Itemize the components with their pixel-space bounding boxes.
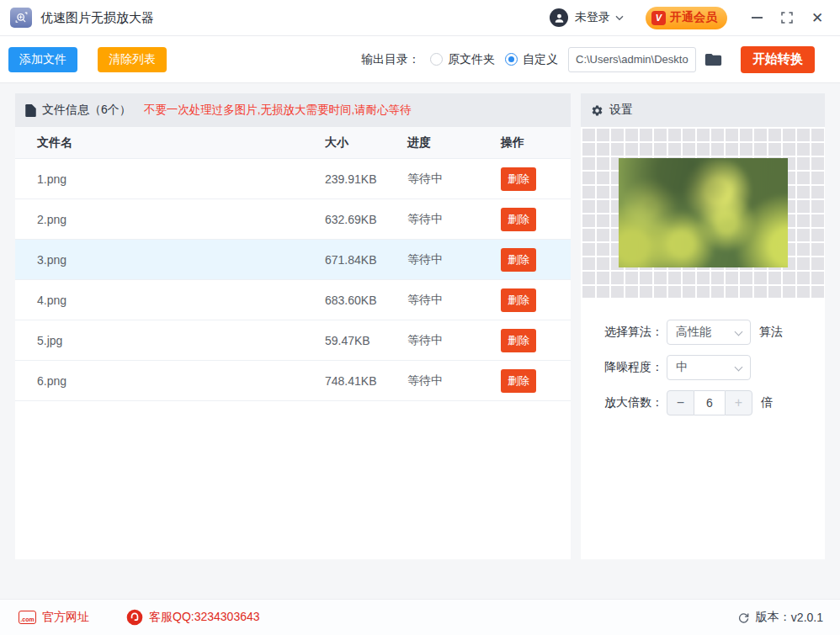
qq-service-link[interactable]: 客服QQ:3234303643 xyxy=(149,610,260,625)
file-name: 4.png xyxy=(37,294,325,307)
radio-original-folder[interactable]: 原文件夹 xyxy=(430,52,495,67)
radio-custom-folder[interactable]: 自定义 xyxy=(505,52,558,67)
col-progress: 进度 xyxy=(407,135,501,151)
title-bar: 优速图片无损放大器 未登录 V 开通会员 ✕ xyxy=(0,0,840,36)
minimize-icon xyxy=(752,17,763,19)
settings-panel: 设置 选择算法： 高性能 算法 降噪程度： 中 xyxy=(581,93,825,559)
file-name: 1.png xyxy=(37,172,325,186)
scale-increase-button[interactable]: + xyxy=(725,390,752,415)
table-row[interactable]: 4.png 683.60KB 等待中 删除 xyxy=(15,280,571,320)
file-size: 683.60KB xyxy=(325,294,407,307)
file-status: 等待中 xyxy=(407,373,501,389)
col-size: 大小 xyxy=(325,135,407,151)
chevron-down-icon xyxy=(735,363,743,372)
close-button[interactable]: ✕ xyxy=(808,8,827,27)
file-size: 748.41KB xyxy=(325,374,407,388)
denoise-select[interactable]: 中 xyxy=(667,355,751,380)
app-title: 优速图片无损放大器 xyxy=(40,10,550,26)
clear-list-button[interactable]: 清除列表 xyxy=(98,47,167,72)
chevron-down-icon xyxy=(735,328,743,336)
folder-icon xyxy=(704,52,722,67)
table-row[interactable]: 2.png 632.69KB 等待中 删除 xyxy=(15,199,571,240)
table-header: 文件名 大小 进度 操作 xyxy=(15,127,571,159)
maximize-icon xyxy=(781,12,793,24)
file-status: 等待中 xyxy=(407,252,501,267)
settings-panel-header: 设置 xyxy=(581,93,825,127)
settings-panel-title: 设置 xyxy=(609,103,633,118)
delete-button[interactable]: 删除 xyxy=(501,208,536,231)
chevron-down-icon[interactable] xyxy=(615,15,624,21)
scale-stepper: − 6 + xyxy=(667,390,752,415)
delete-button[interactable]: 删除 xyxy=(501,369,536,393)
table-row[interactable]: 1.png 239.91KB 等待中 删除 xyxy=(15,159,571,199)
algorithm-select[interactable]: 高性能 xyxy=(667,320,751,345)
radio-custom-folder-label: 自定义 xyxy=(523,52,558,67)
file-size: 632.69KB xyxy=(325,213,407,226)
file-size: 59.47KB xyxy=(325,334,407,347)
start-convert-button[interactable]: 开始转换 xyxy=(741,46,815,73)
refresh-icon[interactable] xyxy=(737,611,750,624)
col-filename: 文件名 xyxy=(37,135,325,151)
app-logo-icon xyxy=(10,8,32,28)
delete-button[interactable]: 删除 xyxy=(501,167,536,191)
vip-badge-icon: V xyxy=(651,11,666,25)
close-icon: ✕ xyxy=(811,11,823,25)
radio-custom-folder-icon xyxy=(505,53,518,66)
file-panel-title: 文件信息（6个） xyxy=(42,103,131,118)
document-icon xyxy=(25,104,36,117)
scale-suffix: 倍 xyxy=(761,395,773,410)
file-status: 等待中 xyxy=(407,293,501,308)
maximize-button[interactable] xyxy=(778,8,796,27)
login-status-label[interactable]: 未登录 xyxy=(575,10,610,25)
scale-decrease-button[interactable]: − xyxy=(667,390,694,415)
file-status: 等待中 xyxy=(407,172,501,187)
col-action: 操作 xyxy=(501,135,571,151)
radio-original-folder-icon xyxy=(430,53,443,66)
algorithm-label: 选择算法： xyxy=(604,325,667,340)
denoise-label: 降噪程度： xyxy=(604,360,667,375)
scale-value[interactable]: 6 xyxy=(694,390,725,415)
preview-photo-flowers xyxy=(619,158,788,267)
delete-button[interactable]: 删除 xyxy=(501,248,536,272)
file-list-panel: 文件信息（6个） 不要一次处理过多图片,无损放大需要时间,请耐心等待 文件名 大… xyxy=(15,93,571,559)
file-size: 671.84KB xyxy=(325,253,407,267)
image-preview xyxy=(619,158,788,267)
gear-icon xyxy=(591,104,603,117)
user-avatar-icon[interactable] xyxy=(550,8,568,27)
table-row-selected[interactable]: 3.png 671.84KB 等待中 删除 xyxy=(15,240,571,280)
main-content: 文件信息（6个） 不要一次处理过多图片,无损放大需要时间,请耐心等待 文件名 大… xyxy=(0,83,840,599)
add-files-button[interactable]: 添加文件 xyxy=(8,47,77,72)
output-path-input[interactable] xyxy=(568,47,696,72)
open-vip-button[interactable]: V 开通会员 xyxy=(646,7,727,29)
file-name: 3.png xyxy=(37,253,325,267)
file-panel-header: 文件信息（6个） 不要一次处理过多图片,无损放大需要时间,请耐心等待 xyxy=(15,93,571,127)
output-dir-label: 输出目录： xyxy=(361,52,420,67)
preview-checkerboard xyxy=(581,127,825,298)
scale-label: 放大倍数： xyxy=(604,395,667,410)
settings-controls: 选择算法： 高性能 算法 降噪程度： 中 放大倍数： − 6 xyxy=(581,298,825,415)
version-label: 版本： xyxy=(756,610,791,625)
file-name: 5.jpg xyxy=(37,334,325,347)
delete-button[interactable]: 删除 xyxy=(501,288,536,312)
warning-text: 不要一次处理过多图片,无损放大需要时间,请耐心等待 xyxy=(144,103,412,118)
delete-button[interactable]: 删除 xyxy=(501,329,536,352)
algorithm-value: 高性能 xyxy=(676,325,711,340)
browse-folder-button[interactable] xyxy=(704,52,722,67)
table-row[interactable]: 6.png 748.41KB 等待中 删除 xyxy=(15,361,571,401)
official-site-link[interactable]: 官方网址 xyxy=(42,610,89,625)
file-status: 等待中 xyxy=(407,212,501,227)
file-name: 2.png xyxy=(37,213,325,226)
qq-service-icon xyxy=(126,609,143,626)
radio-original-folder-label: 原文件夹 xyxy=(448,52,495,67)
minimize-button[interactable] xyxy=(747,8,766,27)
footer: .com 官方网址 客服QQ:3234303643 版本： v2.0.1 xyxy=(0,599,840,635)
file-status: 等待中 xyxy=(407,333,501,348)
denoise-value: 中 xyxy=(676,360,688,375)
website-icon: .com xyxy=(19,611,36,624)
algorithm-suffix: 算法 xyxy=(759,325,783,340)
vip-button-label: 开通会员 xyxy=(670,10,717,25)
version-value: v2.0.1 xyxy=(791,611,823,624)
table-row[interactable]: 5.jpg 59.47KB 等待中 删除 xyxy=(15,320,571,361)
toolbar: 添加文件 清除列表 输出目录： 原文件夹 自定义 开始转换 xyxy=(0,36,840,83)
file-size: 239.91KB xyxy=(325,172,407,186)
